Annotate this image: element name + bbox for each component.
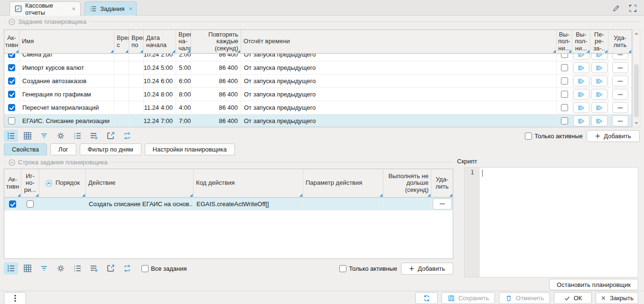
- run-button[interactable]: [573, 89, 589, 100]
- col-order[interactable]: Порядок: [39, 169, 86, 197]
- col-start-date[interactable]: Дата начала: [144, 30, 176, 53]
- script-editor[interactable]: 1: [464, 167, 638, 277]
- executed-checkbox[interactable]: [561, 64, 568, 71]
- open-external-icon[interactable]: [103, 130, 118, 142]
- run-button[interactable]: [573, 115, 589, 126]
- restart-button[interactable]: [591, 54, 607, 60]
- table-view-icon[interactable]: [20, 130, 35, 142]
- scroll-down-arrow[interactable]: [635, 122, 638, 124]
- active-checkbox[interactable]: [8, 64, 15, 71]
- active-checkbox[interactable]: [8, 91, 15, 98]
- close-icon[interactable]: ×: [72, 5, 75, 12]
- filter-icon[interactable]: [37, 130, 51, 142]
- run-button[interactable]: [573, 54, 589, 60]
- maximize-icon[interactable]: [628, 4, 637, 13]
- tab-properties[interactable]: Свойства: [4, 143, 47, 155]
- reload-loop-icon[interactable]: [120, 130, 134, 142]
- detail-view-icon[interactable]: [4, 262, 18, 275]
- col-executed2[interactable]: Вы- пол- ни...: [572, 30, 590, 53]
- collapse-icon[interactable]: [9, 19, 15, 25]
- delete-button[interactable]: [612, 89, 628, 100]
- reload-loop-icon[interactable]: [120, 262, 134, 275]
- run-button[interactable]: [573, 62, 589, 73]
- col-delete[interactable]: Уда- лить: [431, 169, 453, 197]
- col-active[interactable]: Ак- тивн: [4, 30, 19, 53]
- tab-scheduler-settings[interactable]: Настройки планировщика: [145, 143, 235, 155]
- restart-button[interactable]: [591, 62, 607, 73]
- delete-button[interactable]: [612, 102, 628, 113]
- executed-checkbox[interactable]: [561, 91, 568, 98]
- col-time-origin[interactable]: Отсчёт времени: [241, 30, 557, 53]
- col-action[interactable]: Действие: [86, 169, 194, 197]
- tab-log[interactable]: Лог: [50, 143, 76, 155]
- tab-day-filter[interactable]: Фильтр по дням: [80, 143, 141, 155]
- only-active-checkbox[interactable]: [525, 133, 532, 140]
- col-time-from[interactable]: Врем с: [114, 30, 129, 53]
- task-row[interactable]: ЕГАИС. Списание реализации 05.12.24 7:00…: [4, 114, 632, 127]
- only-active-filter[interactable]: Только активные: [339, 265, 397, 272]
- scroll-up-arrow[interactable]: [635, 32, 638, 35]
- col-delete[interactable]: Уда- лить: [608, 30, 632, 53]
- vertical-scrollbar[interactable]: [633, 29, 640, 127]
- close-button[interactable]: Закрыть: [596, 292, 638, 304]
- cancel-button[interactable]: Отменить: [499, 292, 550, 304]
- all-tasks-filter[interactable]: Все задания: [141, 265, 187, 272]
- task-row[interactable]: Пересчет материализаций 14.11.24 4:00 4:…: [4, 101, 632, 114]
- col-repeat-every[interactable]: Повторять каждые (секунд): [191, 30, 241, 53]
- ignore-checkbox[interactable]: [27, 200, 34, 208]
- executed-checkbox[interactable]: [561, 54, 568, 58]
- task-row[interactable]: Смена дат 09.10.24 2:00 2:00 86 400 От з…: [4, 54, 632, 61]
- add-line-button[interactable]: Добавить: [401, 263, 453, 275]
- delete-button[interactable]: [612, 62, 628, 73]
- tab-tasks[interactable]: Задания ×: [84, 1, 137, 16]
- col-action-code[interactable]: Код действия: [194, 169, 303, 197]
- numbered-list-icon[interactable]: 123: [70, 262, 84, 275]
- close-icon[interactable]: ×: [129, 5, 132, 12]
- active-checkbox[interactable]: [8, 54, 15, 58]
- task-row[interactable]: Создание автозаказов 09.10.24 6:00 6:00 …: [4, 75, 632, 88]
- collapse-icon[interactable]: [9, 159, 15, 166]
- executed-checkbox[interactable]: [561, 77, 568, 85]
- executed-checkbox[interactable]: [561, 117, 568, 124]
- code-area[interactable]: [480, 168, 638, 277]
- scroll-thumb[interactable]: [634, 64, 639, 117]
- col-active[interactable]: Ак- тивн: [4, 169, 21, 197]
- stop-scheduler-button[interactable]: Остановить планировщик: [549, 279, 638, 290]
- col-max-duration[interactable]: Выполнять не дольше (секунд): [383, 169, 431, 197]
- active-checkbox[interactable]: [9, 200, 16, 208]
- restart-button[interactable]: [591, 102, 607, 113]
- detail-view-icon[interactable]: [4, 130, 18, 142]
- task-line-row[interactable]: Создать списание ЕГАИС на основ... EGAIS…: [4, 198, 453, 210]
- task-row[interactable]: Импорт курсов валют 09.10.24 5:00 5:00 8…: [4, 61, 632, 75]
- edit-pencil-icon[interactable]: [612, 3, 621, 13]
- col-action-param[interactable]: Параметр действия: [303, 169, 383, 197]
- filter-icon[interactable]: [37, 262, 51, 275]
- col-executed1[interactable]: Вы- пол- ни...: [557, 30, 572, 53]
- table-view-icon[interactable]: [20, 262, 35, 275]
- active-checkbox[interactable]: [8, 104, 15, 111]
- active-checkbox[interactable]: [8, 117, 15, 124]
- open-external-icon[interactable]: [103, 262, 118, 275]
- add-list-icon[interactable]: [87, 262, 101, 275]
- col-restart[interactable]: Пе- ре- за-..: [590, 30, 608, 53]
- col-name[interactable]: Имя: [19, 30, 114, 53]
- add-task-button[interactable]: Добавить: [587, 130, 640, 142]
- run-button[interactable]: [573, 102, 589, 113]
- all-tasks-checkbox[interactable]: [141, 265, 149, 272]
- delete-button[interactable]: [433, 199, 452, 209]
- active-checkbox[interactable]: [8, 77, 15, 85]
- run-button[interactable]: [573, 76, 589, 86]
- only-active-filter[interactable]: Только активные: [525, 133, 583, 140]
- save-button[interactable]: Сохранить: [441, 292, 495, 304]
- restart-button[interactable]: [591, 115, 607, 126]
- settings-gear-icon[interactable]: [54, 262, 68, 275]
- delete-button[interactable]: [612, 115, 628, 126]
- col-time-to[interactable]: Врем по: [129, 30, 144, 53]
- delete-button[interactable]: [612, 76, 628, 86]
- restart-button[interactable]: [591, 76, 607, 86]
- ok-button[interactable]: ОК: [554, 292, 592, 304]
- only-active-checkbox[interactable]: [339, 265, 346, 272]
- refresh-button[interactable]: [415, 292, 438, 304]
- numbered-list-icon[interactable]: 123: [70, 130, 84, 142]
- col-start-time[interactable]: Врем на- чала: [176, 30, 191, 53]
